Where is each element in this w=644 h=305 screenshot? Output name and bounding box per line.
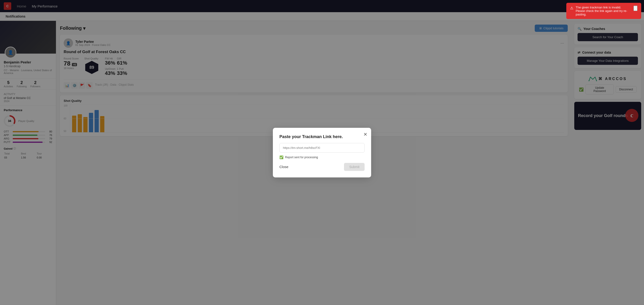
toast-message: The given trackman link is invalid. Plea…: [576, 6, 631, 16]
modal-title: Paste your Trackman Link here.: [280, 134, 364, 139]
trackman-link-input[interactable]: [280, 143, 364, 152]
success-check-icon: ✅: [280, 156, 284, 159]
modal-actions: Close Submit: [280, 163, 364, 171]
toast-close-button[interactable]: ✕: [634, 6, 638, 11]
modal-success-message: ✅ Report sent for processing: [280, 156, 364, 159]
toast-notification: ⚠ The given trackman link is invalid. Pl…: [566, 3, 641, 19]
modal-submit-button[interactable]: Submit: [344, 163, 364, 171]
trackman-modal: Paste your Trackman Link here. ✕ ✅ Repor…: [273, 128, 371, 178]
success-text: Report sent for processing: [285, 156, 318, 159]
modal-overlay: Paste your Trackman Link here. ✕ ✅ Repor…: [0, 0, 644, 305]
toast-warning-icon: ⚠: [570, 6, 573, 10]
modal-close-x-button[interactable]: ✕: [364, 132, 368, 137]
modal-close-button[interactable]: Close: [280, 165, 288, 169]
